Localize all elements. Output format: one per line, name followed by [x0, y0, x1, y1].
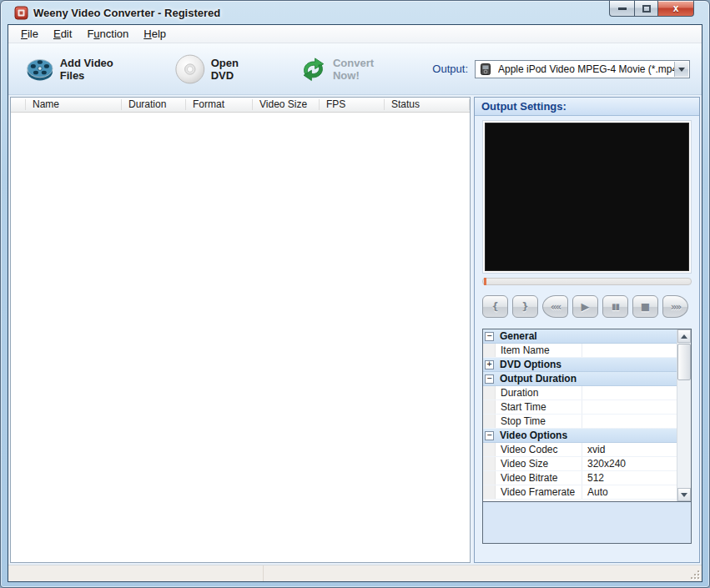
section-name: Video Options — [496, 430, 567, 441]
file-list: NameDurationFormatVideo SizeFPSStatus — [10, 97, 471, 563]
property-value[interactable]: 320x240 — [582, 458, 677, 470]
column-header-name[interactable]: Name — [26, 98, 122, 112]
pause-button[interactable]: ▮▮ — [602, 295, 628, 318]
column-header-fps[interactable]: FPS — [320, 98, 385, 112]
property-grid-scrollbar[interactable] — [677, 329, 691, 501]
output-label: Output: — [432, 63, 468, 75]
property-label: Item Name — [496, 344, 582, 357]
property-grid-container: −GeneralItem Name+DVD Options−Output Dur… — [482, 329, 692, 544]
scrollbar-thumb[interactable] — [677, 344, 691, 380]
close-button[interactable]: x — [657, 1, 694, 17]
status-pane-right — [264, 565, 702, 581]
add-video-files-button[interactable]: Add Video Files — [20, 53, 141, 86]
app-window: Weeny Video Converter - Registered x Fil… — [0, 0, 710, 588]
menu-item-help[interactable]: Help — [136, 26, 174, 42]
collapse-icon[interactable]: − — [485, 431, 494, 440]
mark-end-button[interactable]: } — [512, 295, 538, 318]
output-format-value: Apple iPod Video MPEG-4 Movie (*.mp4) — [498, 63, 681, 75]
open-dvd-button[interactable]: Open DVD — [169, 49, 266, 89]
convert-now-label: Convert Now! — [333, 57, 399, 82]
property-row-duration[interactable]: Duration — [483, 386, 677, 400]
expand-icon[interactable]: + — [485, 360, 494, 369]
property-label: Stop Time — [496, 415, 582, 428]
section-name: Output Duration — [496, 373, 577, 384]
section-output-duration[interactable]: −Output Duration — [483, 372, 677, 386]
close-icon: x — [673, 3, 679, 14]
rewind-button[interactable]: «« — [542, 295, 568, 318]
stop-button[interactable]: ■ — [632, 295, 658, 318]
property-row-item-name[interactable]: Item Name — [483, 344, 677, 358]
property-label: Start Time — [496, 400, 582, 414]
scroll-down-icon[interactable] — [677, 488, 691, 501]
mark-start-button[interactable]: { — [482, 295, 508, 318]
seek-slider[interactable] — [482, 278, 692, 285]
main-area: NameDurationFormatVideo SizeFPSStatus Ou… — [8, 95, 702, 565]
section-name: DVD Options — [496, 359, 561, 370]
menu-item-edit[interactable]: Edit — [46, 26, 79, 42]
convert-now-button[interactable]: Convert Now! — [295, 53, 404, 86]
property-row-video-codec[interactable]: Video Codecxvid — [483, 443, 677, 457]
open-dvd-label: Open DVD — [211, 57, 261, 82]
column-header-duration[interactable]: Duration — [122, 98, 186, 112]
property-grid: −GeneralItem Name+DVD Options−Output Dur… — [483, 329, 691, 501]
property-label: Video Framerate — [496, 485, 582, 499]
forward-button[interactable]: »» — [662, 295, 688, 318]
titlebar[interactable]: Weeny Video Converter - Registered x — [8, 1, 702, 24]
combobox-dropdown-arrow-icon[interactable] — [674, 62, 688, 77]
video-preview-frame — [482, 120, 692, 274]
column-header-blank[interactable] — [11, 98, 26, 112]
maximize-button[interactable] — [634, 1, 657, 17]
property-value[interactable]: Auto — [582, 486, 677, 498]
property-row-start-time[interactable]: Start Time — [483, 400, 677, 415]
file-list-header: NameDurationFormatVideo SizeFPSStatus — [11, 98, 470, 113]
scroll-up-icon[interactable] — [677, 329, 691, 343]
maximize-icon — [642, 5, 651, 13]
menu-item-function[interactable]: Function — [79, 26, 136, 42]
property-description-box — [483, 501, 691, 543]
video-preview — [485, 123, 689, 271]
property-value[interactable]: xvid — [582, 444, 677, 455]
ipod-icon — [480, 63, 491, 75]
menu-item-file[interactable]: File — [13, 26, 46, 42]
property-label: Video Codec — [496, 443, 582, 456]
play-button[interactable]: ▶ — [572, 295, 598, 318]
section-dvd-options[interactable]: +DVD Options — [483, 358, 677, 372]
property-row-stop-time[interactable]: Stop Time — [483, 415, 677, 429]
section-general[interactable]: −General — [483, 329, 677, 344]
film-reel-icon — [25, 56, 55, 83]
collapse-icon[interactable]: − — [485, 374, 494, 384]
property-row-video-size[interactable]: Video Size320x240 — [483, 457, 677, 471]
resize-grip[interactable] — [690, 570, 700, 580]
convert-icon — [300, 56, 328, 83]
property-label: Video Bitrate — [496, 471, 582, 485]
column-header-video-size[interactable]: Video Size — [253, 98, 320, 112]
app-icon — [14, 6, 28, 20]
minimize-button[interactable] — [609, 1, 634, 17]
player-controls: {}««▶▮▮■»» — [482, 295, 692, 318]
column-header-status[interactable]: Status — [385, 98, 470, 112]
property-row-video-bitrate[interactable]: Video Bitrate512 — [483, 471, 677, 485]
output-format-select[interactable]: Apple iPod Video MPEG-4 Movie (*.mp4) — [475, 60, 690, 78]
column-header-format[interactable]: Format — [186, 98, 253, 112]
collapse-icon[interactable]: − — [485, 332, 494, 341]
section-name: General — [496, 330, 537, 342]
add-video-files-label: Add Video Files — [60, 57, 136, 82]
output-settings-panel: Output Settings: {}««▶▮▮■»» −GeneralItem… — [474, 97, 700, 563]
section-video-options[interactable]: −Video Options — [483, 429, 677, 443]
status-pane-left — [8, 565, 264, 581]
window-title: Weeny Video Converter - Registered — [33, 7, 220, 19]
seek-slider-handle[interactable] — [484, 278, 486, 285]
property-label: Duration — [496, 386, 582, 400]
status-bar — [8, 565, 702, 581]
file-list-body[interactable] — [11, 113, 470, 562]
dvd-disc-icon — [174, 53, 206, 86]
minimize-icon — [618, 8, 627, 10]
output-settings-title: Output Settings: — [475, 98, 699, 116]
menu-bar: FileEditFunctionHelp — [8, 25, 702, 43]
app-body: FileEditFunctionHelp Add Video Files — [8, 24, 702, 582]
property-row-video-framerate[interactable]: Video FramerateAuto — [483, 485, 677, 500]
property-value[interactable]: 512 — [582, 472, 677, 484]
property-label: Video Size — [496, 457, 582, 470]
toolbar: Add Video Files Open DVD Convert Now! — [8, 43, 702, 95]
